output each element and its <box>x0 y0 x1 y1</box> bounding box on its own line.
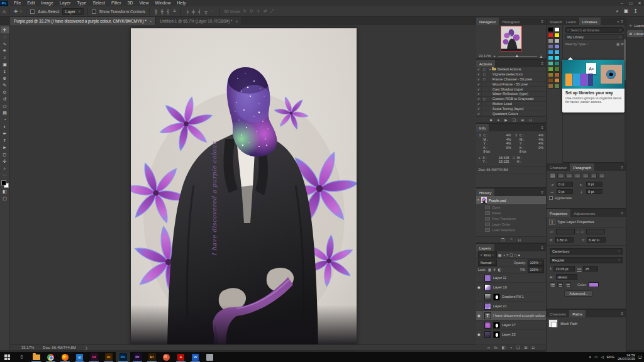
align-right-button[interactable] <box>565 173 572 178</box>
move-tool[interactable]: ✛ <box>1 26 9 33</box>
color-swatch[interactable] <box>548 50 553 55</box>
panel-menu-icon[interactable]: ≡ <box>541 189 546 196</box>
canvas-area[interactable]: I have discovered a purple colour. 33.17… <box>10 25 476 350</box>
history-state-row[interactable]: Layer Order <box>476 221 546 227</box>
clone-stamp-tool[interactable]: ⊙ <box>1 89 9 96</box>
navigator-zoom-slider[interactable] <box>498 56 537 57</box>
color-swatch[interactable] <box>554 38 560 43</box>
lock-all-icon[interactable]: ◧ <box>498 268 501 272</box>
new-group-icon[interactable]: ❏ <box>516 345 519 349</box>
task-view-button[interactable]: ▯ <box>14 352 29 362</box>
action-row[interactable]: ✓▢ Frame Channel - 50 pixel <box>476 77 546 82</box>
layer-row[interactable]: Gradient Fill 1 <box>476 292 546 302</box>
filter-type-layers-icon[interactable]: T <box>506 253 509 257</box>
dock-libraries-button[interactable]: ≣ Libraries <box>627 30 643 37</box>
action-row[interactable]: ✓ Cast Shadow (type) <box>476 87 546 92</box>
close-button[interactable]: ✕ <box>635 0 644 6</box>
tab-navigator[interactable]: Navigator <box>476 18 499 25</box>
frame-tool[interactable]: ▣ <box>1 61 9 68</box>
color-swatch[interactable] <box>554 50 560 55</box>
layer-row-selected[interactable]: ◉ T I have discovered a purple colour <box>476 311 546 321</box>
taskbar-acrobat[interactable]: A <box>174 352 188 362</box>
layer-style-icon[interactable]: fx <box>494 346 497 349</box>
new-layer-icon[interactable]: ⊞ <box>524 345 527 349</box>
more-align-options-icon[interactable]: ⋯ <box>210 9 216 14</box>
auto-select-target-dropdown[interactable]: Layer˅ <box>62 8 84 15</box>
tab-info[interactable]: Info <box>476 124 489 131</box>
home-icon[interactable]: ⌂ <box>3 9 6 14</box>
menu-window[interactable]: Window <box>152 0 174 6</box>
taskbar-app[interactable] <box>203 352 217 362</box>
panel-menu-icon[interactable]: ≡ <box>541 18 546 25</box>
layer-visibility-icon[interactable]: ◉ <box>476 311 482 320</box>
menu-type[interactable]: Type <box>74 0 89 6</box>
tray-volume-icon[interactable]: ◁ <box>601 355 604 359</box>
delete-state-icon[interactable]: ⊔ <box>518 238 521 242</box>
tray-clock[interactable]: 14:59 26/07/2019 <box>618 353 635 361</box>
zoom-out-icon[interactable]: ▲ <box>493 54 496 58</box>
taskbar-premiere[interactable]: Pr <box>130 352 145 362</box>
eraser-tool[interactable]: ▭ <box>1 102 9 109</box>
tab-libraries[interactable]: Libraries <box>579 18 601 25</box>
color-swatch[interactable] <box>554 61 560 66</box>
text-color-swatch[interactable] <box>589 282 599 287</box>
color-swatch[interactable] <box>554 33 560 38</box>
healing-brush-tool[interactable]: ⊕ <box>1 75 9 82</box>
move-tool-icon[interactable]: ✛ <box>14 9 18 14</box>
play-action-icon[interactable]: ▶ <box>504 118 508 122</box>
action-row[interactable]: ✓▢ Vignette (selection) <box>476 72 546 77</box>
view-by-type-dropdown[interactable]: View by Type <box>565 42 586 46</box>
doc-tab-untitled-1[interactable]: Untitled-1 @ 66.7% (Layer 10, RGB/8#) * … <box>156 17 242 25</box>
justify-last-center-button[interactable] <box>582 173 589 178</box>
marquee-tool[interactable]: ◌ <box>1 33 9 40</box>
align-bottom-icon[interactable]: ╨ <box>172 9 177 14</box>
justify-all-button[interactable] <box>598 173 605 178</box>
font-family-dropdown[interactable]: Canterbury˅ <box>550 248 623 255</box>
color-swatch[interactable] <box>554 67 560 72</box>
menu-image[interactable]: Image <box>38 0 56 6</box>
close-tab-icon[interactable]: × <box>150 19 152 23</box>
color-swatch[interactable] <box>548 44 553 49</box>
layer-mask-thumbnail[interactable] <box>493 293 500 300</box>
crop-tool[interactable]: ⌗ <box>1 54 9 61</box>
gradient-tool[interactable]: ▤ <box>1 109 9 116</box>
tracking-field[interactable]: 25 <box>583 266 598 272</box>
color-swatch[interactable] <box>548 27 553 32</box>
tab-histogram[interactable]: Histogram <box>499 18 523 25</box>
align-center-button[interactable] <box>557 173 564 178</box>
start-button[interactable] <box>0 352 14 362</box>
fill-dropdown[interactable]: 100% ˅ <box>528 266 544 273</box>
panel-menu-icon[interactable]: ≡ <box>621 163 626 171</box>
color-swatch[interactable] <box>554 55 560 60</box>
delete-action-icon[interactable]: ⊔ <box>529 118 532 122</box>
status-zoom[interactable]: 33.17% <box>21 346 34 349</box>
action-row[interactable]: ✓▢ ▾Default Actions <box>476 67 546 72</box>
zoom-in-icon[interactable]: ▲ <box>539 54 543 58</box>
adjustment-layer-icon[interactable]: ◑ <box>509 346 512 349</box>
filter-pixel-layers-icon[interactable]: ▦ <box>498 253 502 257</box>
add-mask-icon[interactable]: ◧ <box>502 345 506 349</box>
brush-tool[interactable]: ✎ <box>1 82 9 89</box>
tab-history[interactable]: History <box>476 189 494 196</box>
menu-layer[interactable]: Layer <box>57 0 74 6</box>
stop-action-icon[interactable]: ■ <box>490 118 492 122</box>
justify-last-left-button[interactable] <box>574 173 580 178</box>
delete-layer-icon[interactable]: ⊔ <box>531 345 535 349</box>
distribute-center-icon[interactable]: ╪ <box>191 9 196 14</box>
eyedropper-tool[interactable]: ↧ <box>1 68 9 75</box>
color-swatch[interactable] <box>548 67 553 72</box>
tool-preset-chevron-icon[interactable]: ˅ <box>20 9 23 14</box>
color-swatch[interactable] <box>554 84 560 89</box>
tray-display-icon[interactable]: ▭ <box>594 355 597 359</box>
show-transform-checkbox[interactable] <box>92 9 96 14</box>
history-state-row[interactable]: Free Transform <box>476 216 546 221</box>
edit-toolbar-icon[interactable]: ⋯ <box>1 172 9 178</box>
taskbar-indesign[interactable]: Id <box>87 352 101 362</box>
new-action-icon[interactable]: ⊞ <box>521 118 524 122</box>
quick-selection-tool[interactable]: ✳ <box>1 47 9 54</box>
status-arrow-icon[interactable]: ❯ <box>85 346 88 350</box>
menu-file[interactable]: File <box>11 0 24 6</box>
lock-pixels-icon[interactable]: ✛ <box>493 268 496 272</box>
opacity-dropdown[interactable]: 100% ˅ <box>528 260 544 266</box>
dodge-tool[interactable]: ◐ <box>1 123 9 130</box>
